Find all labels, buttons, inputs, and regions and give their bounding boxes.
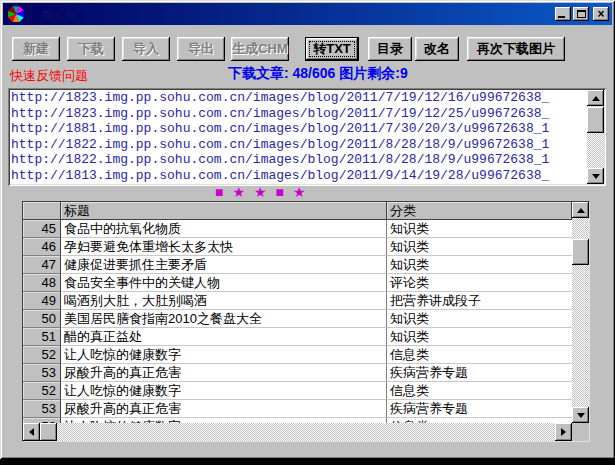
arrow-down-icon: [577, 413, 585, 418]
import-button[interactable]: 导入: [122, 37, 170, 61]
close-button[interactable]: ×: [593, 7, 609, 21]
arrow-up-icon: [577, 208, 585, 213]
table-row[interactable]: 51醋的真正益处知识类: [23, 328, 572, 346]
url-line[interactable]: http://1881.img.pp.sohu.com.cn/images/bl…: [11, 121, 586, 137]
row-number: 52: [23, 382, 61, 400]
category-cell[interactable]: 评论类: [387, 274, 572, 292]
table-row[interactable]: 52让人吃惊的健康数字信息类: [23, 382, 572, 400]
convert-txt-button[interactable]: 转TXT: [305, 37, 359, 61]
scrollbar-thumb[interactable]: [572, 239, 589, 265]
table-vertical-scrollbar[interactable]: [572, 202, 589, 423]
maximize-icon: [577, 10, 586, 18]
scroll-down-button[interactable]: [587, 168, 604, 184]
table-horizontal-scrollbar[interactable]: [23, 423, 572, 441]
title-cell[interactable]: 食品安全事件中的关键人物: [61, 274, 387, 292]
star-icon: ★: [232, 184, 245, 200]
category-cell[interactable]: 把营养讲成段子: [387, 292, 572, 310]
url-lines: http://1823.img.pp.sohu.com.cn/images/bl…: [11, 90, 586, 184]
window-title: mcu: [43, 7, 77, 21]
table-row[interactable]: 53尿酸升高的真正危害疾病营养专题: [23, 400, 572, 418]
scroll-left-button[interactable]: [23, 423, 40, 441]
row-number: 47: [23, 256, 61, 274]
table-row[interactable]: 50美国居民膳食指南2010之餐盘大全知识类: [23, 310, 572, 328]
category-cell[interactable]: 信息类: [387, 382, 572, 400]
category-cell[interactable]: 疾病营养专题: [387, 400, 572, 418]
arrow-down-icon: [592, 174, 600, 179]
arrow-left-icon: [29, 428, 34, 436]
table-row[interactable]: 47健康促进要抓住主要矛盾知识类: [23, 256, 572, 274]
url-list-box: http://1823.img.pp.sohu.com.cn/images/bl…: [8, 88, 606, 186]
title-cell[interactable]: 健康促进要抓住主要矛盾: [61, 256, 387, 274]
square-icon: ■: [215, 184, 223, 200]
row-number: 51: [23, 328, 61, 346]
title-cell[interactable]: 让人吃惊的健康数字: [61, 346, 387, 364]
row-number: 53: [23, 400, 61, 418]
star-icon: ★: [254, 184, 267, 200]
scrollbar-thumb[interactable]: [587, 107, 604, 133]
scroll-down-button[interactable]: [572, 407, 589, 423]
window-controls: ×: [553, 7, 609, 21]
table-row[interactable]: 53尿酸升高的真正危害疾病营养专题: [23, 364, 572, 382]
row-number: 49: [23, 292, 61, 310]
app-window: mcu × 新建下载导入导出生成CHM转TXT目录改名再次下载图片 快速反馈问题…: [0, 0, 615, 459]
scroll-up-button[interactable]: [587, 90, 604, 106]
url-line[interactable]: http://1823.img.pp.sohu.com.cn/images/bl…: [11, 106, 586, 122]
star-icon: ★: [293, 184, 306, 200]
table-row[interactable]: 49喝酒别大肚，大肚别喝酒把营养讲成段子: [23, 292, 572, 310]
toolbar: 新建下载导入导出生成CHM转TXT目录改名再次下载图片: [12, 37, 565, 61]
maximize-button[interactable]: [573, 7, 589, 21]
rating-decoration: ■★★■★: [215, 185, 315, 200]
arrow-up-icon: [592, 96, 600, 101]
download-button[interactable]: 下载: [67, 37, 115, 61]
url-vertical-scrollbar[interactable]: [587, 90, 604, 184]
arrow-right-icon: [561, 428, 566, 436]
export-button[interactable]: 导出: [177, 37, 225, 61]
redownload-images-button[interactable]: 再次下载图片: [467, 37, 565, 61]
new-button[interactable]: 新建: [12, 37, 60, 61]
directory-button[interactable]: 目录: [368, 37, 412, 61]
row-number: 46: [23, 238, 61, 256]
square-icon: ■: [276, 184, 284, 200]
title-cell[interactable]: 孕妇要避免体重增长太多太快: [61, 238, 387, 256]
feedback-link[interactable]: 快速反馈问题: [10, 67, 88, 85]
row-number: 52: [23, 346, 61, 364]
column-header[interactable]: 分类: [387, 202, 572, 220]
title-cell[interactable]: 食品中的抗氧化物质: [61, 220, 387, 238]
category-cell[interactable]: 信息类: [387, 346, 572, 364]
category-cell[interactable]: 知识类: [387, 310, 572, 328]
row-number-header[interactable]: [23, 202, 61, 220]
url-line[interactable]: http://1813.img.pp.sohu.com.cn/images/bl…: [11, 168, 586, 184]
download-status: 下载文章: 48/606 图片剩余:9: [228, 65, 408, 83]
scrollbar-thumb[interactable]: [40, 423, 57, 441]
scroll-right-button[interactable]: [555, 423, 572, 441]
rename-button[interactable]: 改名: [415, 37, 459, 61]
row-number: 53: [23, 364, 61, 382]
category-cell[interactable]: 知识类: [387, 256, 572, 274]
url-line[interactable]: http://1823.img.pp.sohu.com.cn/images/bl…: [11, 90, 586, 106]
title-cell[interactable]: 喝酒别大肚，大肚别喝酒: [61, 292, 387, 310]
table-row[interactable]: 52让人吃惊的健康数字信息类: [23, 346, 572, 364]
url-line[interactable]: http://1822.img.pp.sohu.com.cn/images/bl…: [11, 137, 586, 153]
title-cell[interactable]: 让人吃惊的健康数字: [61, 382, 387, 400]
generate-chm-button[interactable]: 生成CHM: [231, 37, 289, 61]
url-line[interactable]: http://1822.img.pp.sohu.com.cn/images/bl…: [11, 152, 586, 168]
title-cell[interactable]: 醋的真正益处: [61, 328, 387, 346]
titlebar[interactable]: mcu ×: [3, 3, 612, 25]
scroll-up-button[interactable]: [572, 202, 589, 218]
table-row[interactable]: 48食品安全事件中的关键人物评论类: [23, 274, 572, 292]
minimize-button[interactable]: [555, 7, 571, 21]
row-number: 50: [23, 310, 61, 328]
row-number: 48: [23, 274, 61, 292]
title-cell[interactable]: 尿酸升高的真正危害: [61, 400, 387, 418]
pinwheel-icon[interactable]: [7, 5, 25, 23]
title-cell[interactable]: 尿酸升高的真正危害: [61, 364, 387, 382]
title-cell[interactable]: 美国居民膳食指南2010之餐盘大全: [61, 310, 387, 328]
category-cell[interactable]: 知识类: [387, 220, 572, 238]
category-cell[interactable]: 知识类: [387, 328, 572, 346]
category-cell[interactable]: 知识类: [387, 238, 572, 256]
minimize-icon: [558, 16, 565, 18]
table-row[interactable]: 45食品中的抗氧化物质知识类: [23, 220, 572, 238]
category-cell[interactable]: 疾病营养专题: [387, 364, 572, 382]
column-header[interactable]: 标题: [61, 202, 387, 220]
table-row[interactable]: 46孕妇要避免体重增长太多太快知识类: [23, 238, 572, 256]
